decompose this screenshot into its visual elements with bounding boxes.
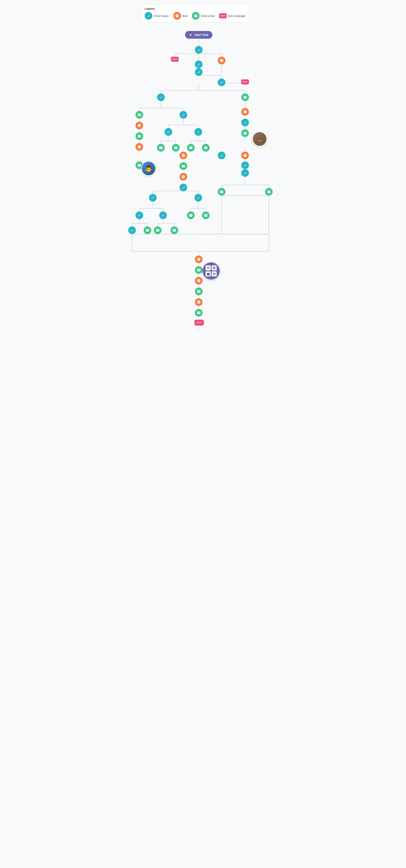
action-node-3b[interactable]: [195, 68, 203, 76]
node-email-3a[interactable]: [241, 93, 249, 101]
wait-node-bottom-1[interactable]: [195, 255, 203, 263]
start-trial-button[interactable]: Start Trial: [185, 31, 213, 39]
email-node-6c[interactable]: [172, 144, 180, 152]
node-wait-7a[interactable]: [135, 143, 143, 151]
node-email-bottom-3[interactable]: [195, 309, 203, 317]
wait-node-1[interactable]: [218, 57, 226, 64]
email-node-10b[interactable]: [265, 188, 273, 196]
action-node-1[interactable]: [195, 46, 203, 54]
action-node-9b[interactable]: [241, 169, 249, 177]
node-wait-4[interactable]: [241, 108, 249, 116]
wait-node-7b[interactable]: [179, 152, 187, 159]
email-node-bottom-3[interactable]: [195, 309, 203, 317]
email-node-10a[interactable]: [218, 188, 226, 196]
node-wait-bottom-3[interactable]: [195, 298, 203, 306]
node-action-11a[interactable]: [149, 194, 157, 202]
wait-node-4[interactable]: [241, 108, 249, 116]
node-action-2b[interactable]: [218, 79, 226, 86]
node-wait-1[interactable]: [218, 57, 226, 64]
action-node-5c[interactable]: [241, 119, 249, 126]
node-action-10a[interactable]: [179, 184, 187, 191]
email-node-13d[interactable]: [171, 226, 178, 234]
node-action-11b[interactable]: [195, 194, 202, 202]
node-email-6d[interactable]: [187, 144, 195, 152]
email-node-bottom-1[interactable]: [195, 266, 203, 274]
action-node-3a[interactable]: [157, 93, 165, 101]
email-node-3a[interactable]: [241, 93, 249, 101]
email-node-12d[interactable]: [202, 212, 210, 219]
node-action-12b[interactable]: [159, 212, 167, 219]
node-exit-1[interactable]: EXIT: [171, 57, 179, 62]
wait-node-bottom-3[interactable]: [195, 298, 203, 306]
node-action-3a[interactable]: [157, 93, 165, 101]
node-action-5c[interactable]: [241, 119, 249, 126]
email-node-6d[interactable]: [187, 144, 195, 152]
node-wait-9a[interactable]: [179, 173, 187, 181]
exit-node-1[interactable]: EXIT: [171, 57, 179, 62]
action-node-12a[interactable]: [135, 212, 143, 219]
email-node-4a[interactable]: [135, 111, 143, 119]
node-action-8c[interactable]: [241, 161, 249, 169]
node-email-6e[interactable]: [202, 144, 210, 152]
node-email-12c[interactable]: [187, 212, 195, 219]
exit-node-bottom[interactable]: EXIT: [195, 320, 204, 326]
node-email-13b[interactable]: [144, 226, 151, 234]
exit-node-2[interactable]: EXIT: [241, 79, 249, 85]
node-action-3b[interactable]: [195, 68, 203, 76]
node-email-6a[interactable]: [135, 132, 143, 140]
node-email-bottom-2[interactable]: [195, 287, 203, 295]
email-node-13c[interactable]: [154, 226, 162, 234]
action-node-5a[interactable]: [165, 128, 172, 136]
wait-node-9a[interactable]: [179, 173, 187, 181]
node-action-5b[interactable]: [195, 128, 202, 136]
action-node-5b[interactable]: [195, 128, 202, 136]
action-node-11a[interactable]: [149, 194, 157, 202]
action-node-2b[interactable]: [218, 79, 226, 86]
email-node-6f[interactable]: [241, 129, 249, 137]
action-node-8c[interactable]: [241, 161, 249, 169]
action-node-7c[interactable]: [218, 152, 226, 159]
wait-node-bottom-2[interactable]: [195, 277, 203, 284]
node-action-2a[interactable]: [195, 61, 203, 68]
node-wait-7d[interactable]: [241, 152, 249, 159]
email-node-6a[interactable]: [135, 132, 143, 140]
node-email-10b[interactable]: [265, 188, 273, 196]
email-node-6b[interactable]: [157, 144, 165, 152]
email-node-13b[interactable]: [144, 226, 151, 234]
node-exit-bottom[interactable]: EXIT: [195, 320, 204, 326]
node-wait-5a[interactable]: [135, 122, 143, 129]
node-action-1[interactable]: [195, 46, 203, 54]
node-email-4a[interactable]: [135, 111, 143, 119]
start-trial-node[interactable]: Start Trial: [184, 31, 214, 39]
action-node-4a[interactable]: [179, 111, 187, 119]
node-email-6c[interactable]: [172, 144, 180, 152]
node-action-4a[interactable]: [179, 111, 187, 119]
node-action-7c[interactable]: [218, 152, 226, 159]
wait-node-7d[interactable]: [241, 152, 249, 159]
action-node-2a[interactable]: [195, 61, 203, 68]
node-email-13c[interactable]: [154, 226, 162, 234]
node-email-8b[interactable]: [179, 162, 187, 170]
node-action-5a[interactable]: [165, 128, 172, 136]
email-node-8b[interactable]: [179, 162, 187, 170]
node-action-13a[interactable]: [128, 226, 136, 234]
node-wait-bottom-1[interactable]: [195, 255, 203, 263]
wait-node-5a[interactable]: [135, 122, 143, 129]
action-node-12b[interactable]: [159, 212, 167, 219]
email-node-6e[interactable]: [202, 144, 210, 152]
action-node-13a[interactable]: [128, 226, 136, 234]
action-node-10a[interactable]: [179, 184, 187, 191]
node-exit-2[interactable]: EXIT: [241, 79, 249, 85]
email-node-12c[interactable]: [187, 212, 195, 219]
wait-node-7a[interactable]: [135, 143, 143, 151]
node-action-12a[interactable]: [135, 212, 143, 219]
node-email-13d[interactable]: [171, 226, 178, 234]
node-email-12d[interactable]: [202, 212, 210, 219]
node-wait-7b[interactable]: [179, 152, 187, 159]
node-email-6f[interactable]: [241, 129, 249, 137]
node-email-6b[interactable]: [157, 144, 165, 152]
node-email-10a[interactable]: [218, 188, 226, 196]
node-email-bottom-1[interactable]: [195, 266, 203, 274]
node-action-9b[interactable]: [241, 169, 249, 177]
email-node-bottom-2[interactable]: [195, 287, 203, 295]
